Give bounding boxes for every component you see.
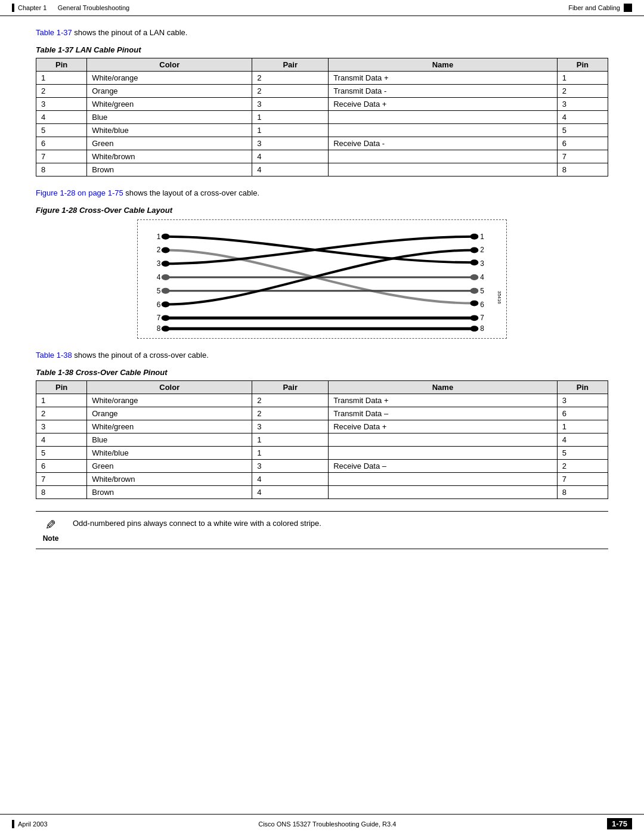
table-cell: White/brown: [87, 150, 252, 163]
col-color1: Color: [87, 58, 252, 72]
table-cell: 2: [252, 394, 329, 407]
table-cell: [329, 111, 558, 124]
intro-text-2: Figure 1-28 on page 1-75 shows the layou…: [36, 188, 608, 197]
note-section: ✎ Note Odd-numbered pins always connect …: [36, 511, 608, 549]
header-left: Chapter 1 General Troubleshooting: [12, 4, 129, 12]
table-1-37-title: Table 1-37 LAN Cable Pinout: [36, 45, 608, 54]
table-cell: 8: [557, 163, 608, 176]
svg-point-26: [470, 259, 478, 265]
table-cell: 3: [252, 98, 329, 111]
table-cell: Receive Data –: [329, 460, 558, 473]
footer-bar-icon: [12, 820, 14, 828]
table-cell: [329, 150, 558, 163]
svg-point-16: [162, 234, 170, 240]
header-section-label: Fiber and Cabling: [568, 4, 620, 11]
table-cell: White/orange: [87, 394, 252, 407]
cable-diagram: 1 2 3 4 5 6 7 8 1 2 3 4 5 6 7 8: [137, 219, 507, 339]
table-cell: White/orange: [87, 72, 252, 85]
table-row: 2Orange2Transmit Data –6: [36, 407, 608, 420]
svg-text:6: 6: [480, 301, 484, 309]
header-right: Fiber and Cabling: [568, 4, 632, 12]
svg-text:8: 8: [480, 324, 484, 333]
table-row: 8Brown48: [36, 486, 608, 499]
header-right-inner: Fiber and Cabling: [568, 4, 632, 12]
table-cell: 4: [252, 486, 329, 499]
table-cell: Orange: [87, 85, 252, 98]
svg-point-31: [470, 326, 478, 332]
svg-text:6: 6: [157, 301, 161, 309]
table-cell: White/blue: [87, 124, 252, 137]
table-cell: 8: [36, 486, 87, 499]
svg-text:4: 4: [157, 273, 161, 281]
table-cell: White/green: [87, 98, 252, 111]
table-cell: 1: [36, 72, 87, 85]
table-cell: Receive Data -: [329, 137, 558, 150]
col-pair1: Pair: [252, 58, 329, 72]
svg-text:3: 3: [480, 259, 484, 268]
table-cell: 2: [36, 407, 87, 420]
table-1-38-link[interactable]: Table 1-38: [36, 351, 72, 360]
table-cell: 1: [557, 420, 608, 433]
table-cell: 7: [36, 150, 87, 163]
table-cell: [329, 486, 558, 499]
table-cell: 7: [557, 473, 608, 486]
svg-point-25: [470, 247, 478, 253]
table-cell: Transmit Data -: [329, 85, 558, 98]
col2-color: Color: [87, 381, 252, 394]
table-cell: 4: [252, 150, 329, 163]
note-label: Note: [43, 534, 59, 543]
table-cell: Green: [87, 137, 252, 150]
main-content: Table 1-37 shows the pinout of a LAN cab…: [0, 16, 644, 585]
table-cell: 1: [252, 433, 329, 447]
table-cell: 6: [557, 137, 608, 150]
svg-point-20: [162, 288, 170, 294]
col2-pair: Pair: [252, 381, 329, 394]
footer-date: April 2003: [18, 820, 48, 828]
table-cell: White/blue: [87, 447, 252, 460]
page-header: Chapter 1 General Troubleshooting Fiber …: [0, 0, 644, 16]
table-cell: Transmit Data –: [329, 407, 558, 420]
table-row: 4Blue14: [36, 433, 608, 447]
page-footer: April 2003 Cisco ONS 15327 Troubleshooti…: [0, 814, 644, 833]
table-1-38-title: Table 1-38 Cross-Over Cable Pinout: [36, 368, 608, 377]
table-cell: 3: [252, 420, 329, 433]
table-cell: 6: [36, 460, 87, 473]
table-1-37-link[interactable]: Table 1-37: [36, 28, 72, 37]
col2-name: Name: [329, 381, 558, 394]
svg-point-23: [162, 326, 170, 332]
table-cell: 4: [557, 111, 608, 124]
pencil-icon: ✎: [45, 518, 56, 533]
col-pin2: Pin: [557, 58, 608, 72]
footer-left: April 2003: [12, 820, 48, 828]
table-cell: 7: [36, 473, 87, 486]
header-right-bar-icon: [624, 4, 632, 12]
table-cell: [329, 473, 558, 486]
col-pin1: Pin: [36, 58, 87, 72]
svg-point-19: [162, 274, 170, 280]
table-row: 8Brown48: [36, 163, 608, 176]
svg-point-27: [470, 274, 478, 280]
table-row: 7White/brown47: [36, 473, 608, 486]
svg-text:4: 4: [480, 273, 484, 281]
svg-text:3: 3: [157, 259, 161, 268]
svg-point-30: [470, 315, 478, 321]
svg-point-17: [162, 247, 170, 253]
svg-point-18: [162, 261, 170, 267]
table-cell: 6: [557, 407, 608, 420]
table-cell: 3: [36, 98, 87, 111]
svg-point-21: [162, 302, 170, 308]
header-bar-icon: [12, 4, 14, 12]
figure-1-28-link[interactable]: Figure 1-28 on page 1-75: [36, 188, 123, 197]
figure-1-28-title: Figure 1-28 Cross-Over Cable Layout: [36, 206, 608, 215]
svg-text:5: 5: [157, 287, 161, 295]
table-row: 2Orange2Transmit Data -2: [36, 85, 608, 98]
table-header-row: Pin Color Pair Name Pin: [36, 58, 608, 72]
table-cell: [329, 433, 558, 447]
table-row: 5White/blue15: [36, 447, 608, 460]
table-cell: 5: [557, 124, 608, 137]
table-cell: Green: [87, 460, 252, 473]
table-cell: 3: [252, 460, 329, 473]
table-cell: 3: [557, 98, 608, 111]
table-cell: 2: [252, 407, 329, 420]
table-cell: 2: [252, 85, 329, 98]
